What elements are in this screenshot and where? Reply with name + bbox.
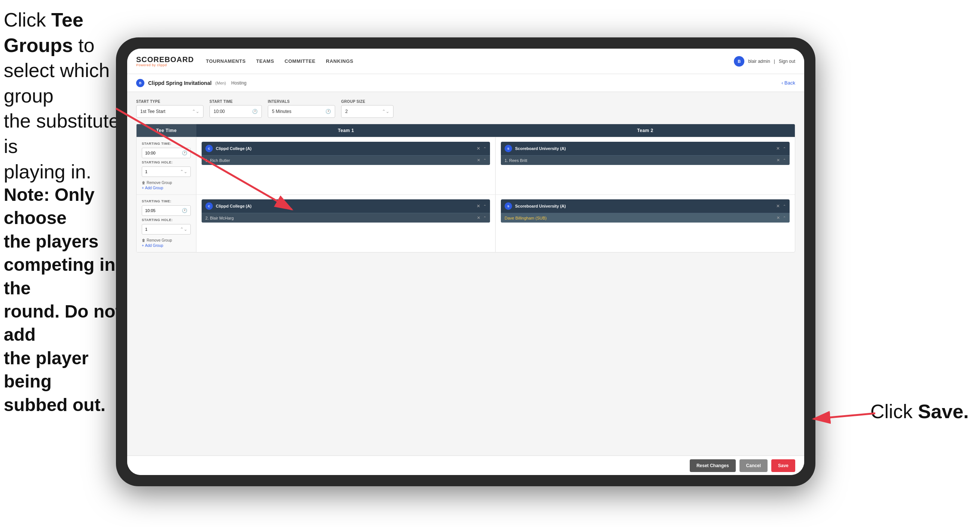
starting-time-label-1: STARTING TIME: (142, 142, 191, 145)
navbar: SCOREBOARD Powered by clippd TOURNAMENTS… (127, 49, 804, 74)
team-chevron-1-1[interactable]: ⌃ (483, 146, 486, 151)
nav-committee[interactable]: COMMITTEE (285, 57, 316, 65)
intervals-label: Intervals (268, 99, 335, 103)
player-chevron-1-2-0: ⌃ (483, 216, 486, 220)
tournament-title: Clippd Spring Invitational (148, 80, 212, 86)
tablet-screen: SCOREBOARD Powered by clippd TOURNAMENTS… (127, 49, 804, 475)
start-type-group: Start Type 1st Tee Start ⌃⌄ (136, 99, 204, 118)
starting-hole-spinner-1: ⌃⌄ (180, 169, 188, 174)
player-name-1-1-0: 1. Rich Butler (205, 158, 474, 163)
header-team1: Team 1 (196, 124, 496, 137)
tablet-frame: SCOREBOARD Powered by clippd TOURNAMENTS… (116, 37, 815, 486)
starting-time-value-1: 10:00 (145, 151, 156, 155)
team1-cell-2: C Clippd College (A) ✕ ⌃ 2. Blair McHarg (196, 195, 496, 252)
team-remove-2-1[interactable]: ✕ (776, 146, 780, 151)
cancel-button[interactable]: Cancel (740, 459, 768, 472)
team-controls-2-2: ✕ ⌃ (776, 204, 786, 209)
tee-table-header: Tee Time Team 1 Team 2 (137, 124, 795, 137)
add-group-1[interactable]: + Add Group (142, 186, 191, 190)
tee-row-1: STARTING TIME: 10:00 🕐 STARTING HOLE: 1 … (137, 137, 795, 194)
team-card-header-2-2: S Scoreboard University (A) ✕ ⌃ (501, 199, 790, 213)
starting-hole-input-2[interactable]: 1 ⌃⌄ (142, 224, 191, 234)
nav-teams[interactable]: TEAMS (256, 57, 274, 65)
save-button[interactable]: Save (771, 459, 795, 472)
player-row-2-1-0: 1. Rees Britt ✕ ⌃ (501, 155, 790, 165)
nav-tournaments[interactable]: TOURNAMENTS (206, 57, 245, 65)
gender-badge: (Men) (215, 81, 226, 85)
tee-table: Tee Time Team 1 Team 2 STARTING TIME: 10… (136, 124, 795, 253)
player-row-1-1-0: 1. Rich Butler ✕ ⌃ (202, 155, 490, 165)
team-card-header-2-1: S Scoreboard University (A) ✕ ⌃ (501, 142, 790, 155)
group-size-group: Group Size 2 ⌃⌄ (341, 99, 393, 118)
start-time-spinner: 🕐 (252, 109, 258, 114)
team-icon-1-2: C (205, 202, 213, 210)
sub-header: B Clippd Spring Invitational (Men) Hosti… (127, 74, 804, 92)
player-chevron-2-1-0: ⌃ (783, 158, 786, 162)
team-card-2-1: S Scoreboard University (A) ✕ ⌃ 1. Rees … (501, 142, 790, 165)
player-name-2-2-0: Dave Billingham (SUB) (504, 216, 773, 220)
starting-hole-label-1: STARTING HOLE: (142, 161, 191, 164)
settings-row: Start Type 1st Tee Start ⌃⌄ Start Time 1… (136, 99, 795, 118)
starting-hole-value-2: 1 (145, 227, 147, 231)
nav-right: B blair admin | Sign out (734, 56, 795, 67)
start-time-label: Start Time (210, 99, 262, 103)
start-time-group: Start Time 10:00 🕐 (210, 99, 262, 118)
intervals-value: 5 Minutes (272, 109, 291, 114)
starting-time-input-2[interactable]: 10:05 🕐 (142, 205, 191, 216)
team-card-1-2: C Clippd College (A) ✕ ⌃ 2. Blair McHarg (202, 199, 490, 223)
team-chevron-2-2[interactable]: ⌃ (783, 204, 786, 209)
admin-label: blair admin (748, 59, 770, 64)
reset-changes-button[interactable]: Reset Changes (690, 459, 736, 472)
starting-time-input-1[interactable]: 10:00 🕐 (142, 148, 191, 158)
page-footer: Reset Changes Cancel Save (127, 455, 804, 475)
player-remove-1-1-0[interactable]: ✕ (477, 158, 480, 163)
team-chevron-1-2[interactable]: ⌃ (483, 204, 486, 209)
note-instruction: Note: Only choose the players competing … (4, 183, 127, 417)
signout-link[interactable]: Sign out (779, 59, 795, 64)
tee-time-cell-1: STARTING TIME: 10:00 🕐 STARTING HOLE: 1 … (137, 137, 196, 194)
save-bold-label: Save. (918, 401, 969, 422)
tee-actions-2: 🗑 Remove Group + Add Group (142, 238, 191, 248)
intervals-input[interactable]: 5 Minutes 🕐 (268, 105, 335, 118)
add-group-2[interactable]: + Add Group (142, 244, 191, 248)
remove-group-1[interactable]: 🗑 Remove Group (142, 181, 191, 185)
hosting-label: Hosting (231, 80, 247, 86)
team-card-header-1-2: C Clippd College (A) ✕ ⌃ (202, 199, 490, 213)
team2-cell-1: S Scoreboard University (A) ✕ ⌃ 1. Rees … (496, 137, 795, 194)
player-name-1-2-0: 2. Blair McHarg (205, 216, 474, 220)
team-card-header-1-1: C Clippd College (A) ✕ ⌃ (202, 142, 490, 155)
team2-cell-2: S Scoreboard University (A) ✕ ⌃ Dave Bil… (496, 195, 795, 252)
starting-hole-input-1[interactable]: 1 ⌃⌄ (142, 166, 191, 177)
start-time-input[interactable]: 10:00 🕐 (210, 105, 262, 118)
player-controls-2-1-0: ✕ ⌃ (776, 158, 786, 163)
team-remove-1-2[interactable]: ✕ (477, 204, 480, 209)
main-instruction: Click Tee Groups to select which group t… (4, 8, 123, 185)
group-size-input[interactable]: 2 ⌃⌄ (341, 105, 393, 118)
logo-main: SCOREBOARD (136, 56, 194, 63)
group-size-value: 2 (345, 109, 348, 114)
tee-groups-bold: Tee Groups (4, 9, 83, 56)
player-name-2-1-0: 1. Rees Britt (504, 158, 773, 163)
start-type-value: 1st Tee Start (140, 109, 165, 114)
start-type-label: Start Type (136, 99, 204, 103)
starting-time-spinner-1: 🕐 (182, 150, 188, 156)
team-remove-1-1[interactable]: ✕ (477, 146, 480, 151)
team-icon-2-1: S (504, 145, 512, 152)
nav-links: TOURNAMENTS TEAMS COMMITTEE RANKINGS (206, 57, 734, 65)
player-chevron-2-2-0: ⌃ (783, 216, 786, 220)
team-remove-2-2[interactable]: ✕ (776, 204, 780, 209)
team-chevron-2-1[interactable]: ⌃ (783, 146, 786, 151)
remove-group-2[interactable]: 🗑 Remove Group (142, 238, 191, 242)
nav-rankings[interactable]: RANKINGS (326, 57, 353, 65)
team-controls-1-1: ✕ ⌃ (477, 146, 486, 151)
breadcrumb-icon: B (136, 79, 145, 87)
player-remove-1-2-0[interactable]: ✕ (477, 215, 480, 220)
player-remove-2-2-0[interactable]: ✕ (776, 215, 780, 220)
tee-time-cell-2: STARTING TIME: 10:05 🕐 STARTING HOLE: 1 … (137, 195, 196, 252)
player-controls-1-2-0: ✕ ⌃ (477, 215, 486, 220)
player-remove-2-1-0[interactable]: ✕ (776, 158, 780, 163)
start-type-input[interactable]: 1st Tee Start ⌃⌄ (136, 105, 204, 118)
back-button[interactable]: ‹ Back (781, 80, 795, 86)
nav-separator: | (774, 59, 775, 64)
team-icon-1-1: C (205, 145, 213, 152)
